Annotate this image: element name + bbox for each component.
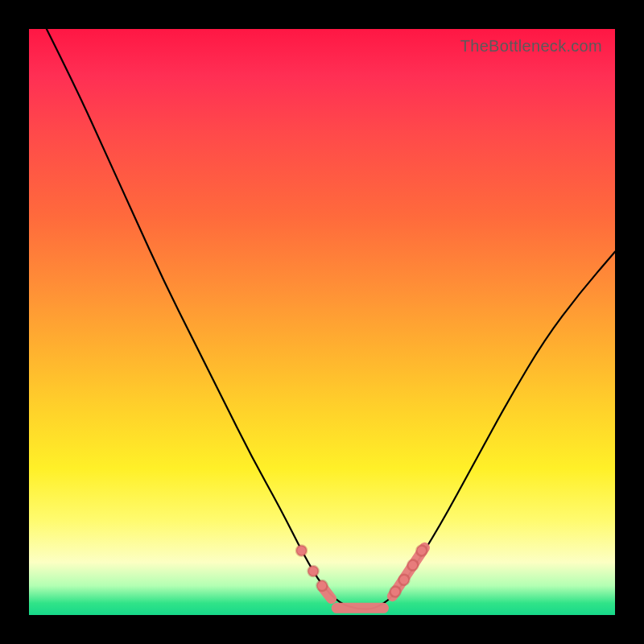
plot-area: TheBottleneck.com (29, 29, 615, 615)
marker-dot (308, 566, 319, 576)
marker-dot (296, 545, 307, 555)
marker-dot (398, 575, 409, 585)
marker-group (296, 545, 427, 608)
marker-dot (390, 586, 401, 597)
chart-svg (29, 29, 615, 615)
marker-dot (317, 580, 328, 591)
chart-frame: TheBottleneck.com (0, 0, 644, 644)
marker-dot (407, 560, 418, 571)
marker-dot (416, 545, 427, 555)
bottleneck-curve (47, 29, 615, 609)
